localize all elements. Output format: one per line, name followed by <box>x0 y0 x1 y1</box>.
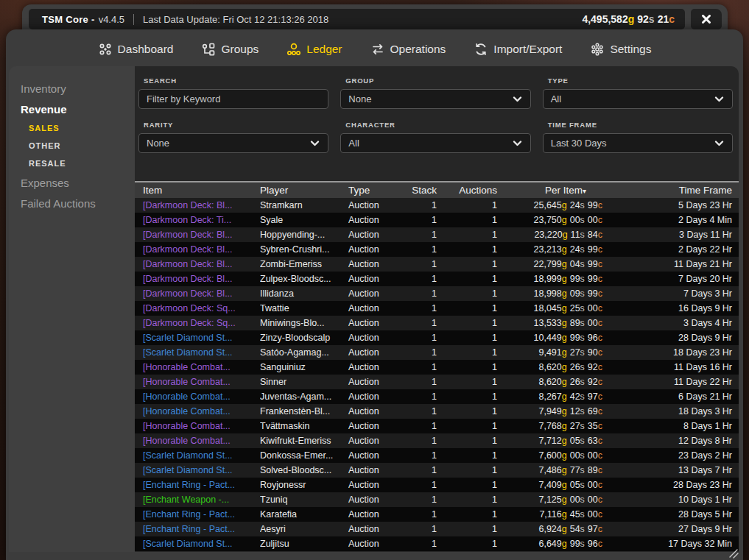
sidebar-item-resale[interactable]: RESALE <box>9 155 135 172</box>
item-link[interactable]: [Scarlet Diamond St... <box>135 450 260 461</box>
per-item-cell: 18,999g99s99c <box>497 274 604 284</box>
silver-unit: s <box>580 215 585 225</box>
table-row[interactable]: [Scarlet Diamond St... Zuljitsu Auction … <box>135 536 739 551</box>
table-row[interactable]: [Darkmoon Deck: Bl... Stramkarn Auction … <box>135 198 739 213</box>
type-cell: Auction <box>348 274 404 284</box>
auctions-cell: 1 <box>437 347 497 358</box>
table-row[interactable]: [Scarlet Diamond St... Zinzy-Bloodscalp … <box>135 330 739 345</box>
table-row[interactable]: [Honorable Combat... Tvättmaskin Auction… <box>135 419 739 433</box>
column-header-item[interactable]: Item <box>135 185 260 196</box>
item-link[interactable]: [Honorable Combat... <box>135 421 260 431</box>
copper-amount: 99 <box>588 244 598 255</box>
type-dropdown[interactable]: All <box>543 89 733 109</box>
column-header-time-frame[interactable]: Time Frame <box>604 185 739 196</box>
copper-amount: 89 <box>588 465 598 475</box>
column-header-player[interactable]: Player <box>260 185 348 196</box>
item-link[interactable]: [Darkmoon Deck: Bl... <box>135 259 260 269</box>
table-row[interactable]: [Enchant Ring - Pact... Royjonessr Aucti… <box>135 478 739 492</box>
copper-unit: c <box>598 318 602 328</box>
table-row[interactable]: [Enchant Ring - Pact... Aesyri Auction 1… <box>135 522 739 536</box>
table-row[interactable]: [Honorable Combat... Sanguiniuz Auction … <box>135 360 739 375</box>
tab-settings[interactable]: Settings <box>590 42 651 57</box>
item-link[interactable]: [Enchant Ring - Pact... <box>135 524 260 534</box>
auctions-cell: 1 <box>437 539 497 549</box>
item-link[interactable]: [Darkmoon Deck: Bl... <box>135 200 260 210</box>
table-row[interactable]: [Honorable Combat... Juventas-Agam... Au… <box>135 389 739 404</box>
item-link[interactable]: [Darkmoon Deck: Bl... <box>135 244 260 255</box>
tab-operations[interactable]: Operations <box>370 42 446 57</box>
table-row[interactable]: [Darkmoon Deck: Bl... Zulpex-Bloodsc... … <box>135 272 739 286</box>
copper-unit: c <box>598 347 602 358</box>
column-header-per-item[interactable]: Per Item▾ <box>497 185 604 196</box>
tab-dashboard[interactable]: Dashboard <box>98 42 174 57</box>
type-cell: Auction <box>348 391 404 402</box>
item-link[interactable]: [Scarlet Diamond St... <box>135 539 260 549</box>
item-link[interactable]: [Honorable Combat... <box>135 436 260 446</box>
table-row[interactable]: [Darkmoon Deck: Bl... Sybren-Crushri... … <box>135 242 739 257</box>
character-dropdown[interactable]: All <box>340 133 530 153</box>
copper-unit: c <box>598 406 602 417</box>
table-row[interactable]: [Darkmoon Deck: Bl... Zombi-Emeriss Auct… <box>135 257 739 272</box>
table-row[interactable]: [Enchant Weapon -... Tzuniq Auction 1 1 … <box>135 492 739 507</box>
table-row[interactable]: [Darkmoon Deck: Bl... Illidanza Auction … <box>135 286 739 301</box>
item-link[interactable]: [Darkmoon Deck: Bl... <box>135 274 260 284</box>
item-link[interactable]: [Enchant Ring - Pact... <box>135 480 260 490</box>
player-cell: Kiwifrukt-Emeriss <box>260 436 348 446</box>
item-link[interactable]: [Scarlet Diamond St... <box>135 465 260 475</box>
column-header-auctions[interactable]: Auctions <box>437 185 497 196</box>
close-button[interactable] <box>691 9 722 29</box>
sidebar-item-revenue[interactable]: Revenue <box>9 99 135 119</box>
table-row[interactable]: [Enchant Ring - Pact... Karatefia Auctio… <box>135 507 739 522</box>
item-link[interactable]: [Scarlet Diamond St... <box>135 333 260 343</box>
silver-unit: s <box>580 200 585 210</box>
table-row[interactable]: [Honorable Combat... Sinner Auction 1 1 … <box>135 375 739 389</box>
per-item-cell: 18,045g25s00c <box>497 303 604 313</box>
item-link[interactable]: [Scarlet Diamond St... <box>135 347 260 358</box>
time-frame-cell: 12 Days 8 Hr <box>604 436 739 446</box>
sidebar-item-failed-auctions[interactable]: Failed Auctions <box>9 193 135 213</box>
item-link[interactable]: [Honorable Combat... <box>135 377 260 387</box>
table-row[interactable]: [Scarlet Diamond St... Donkossa-Emer... … <box>135 448 739 463</box>
sidebar-item-expenses[interactable]: Expenses <box>9 172 135 193</box>
item-link[interactable]: [Honorable Combat... <box>135 406 260 417</box>
tab-ledger[interactable]: Ledger <box>286 42 342 57</box>
content-panel: SEARCH GROUP None TYPE All <box>135 66 739 552</box>
sidebar-item-label: Inventory <box>21 82 66 95</box>
table-row[interactable]: [Darkmoon Deck: Bl... Hoppyending-... Au… <box>135 227 739 242</box>
player-cell: Tvättmaskin <box>260 421 348 431</box>
item-link[interactable]: [Enchant Weapon -... <box>135 495 260 505</box>
item-link[interactable]: [Darkmoon Deck: Sq... <box>135 318 260 328</box>
stack-cell: 1 <box>404 480 437 490</box>
type-cell: Auction <box>348 347 404 358</box>
table-row[interactable]: [Honorable Combat... Frankenstèn-Bl... A… <box>135 404 739 419</box>
group-value: None <box>348 93 371 104</box>
tab-groups[interactable]: Groups <box>201 42 259 57</box>
item-link[interactable]: [Darkmoon Deck: Bl... <box>135 230 260 240</box>
table-row[interactable]: [Darkmoon Deck: Ti... Syale Auction 1 1 … <box>135 213 739 227</box>
table-row[interactable]: [Darkmoon Deck: Sq... Miniwings-Blo... A… <box>135 316 739 330</box>
gold-unit: g <box>562 318 567 328</box>
time-frame-dropdown[interactable]: Last 30 Days <box>543 133 733 153</box>
item-link[interactable]: [Honorable Combat... <box>135 362 260 372</box>
tab-label: Settings <box>610 43 651 56</box>
table-row[interactable]: [Scarlet Diamond St... Solved-Bloodsc...… <box>135 463 739 478</box>
item-link[interactable]: [Darkmoon Deck: Bl... <box>135 288 260 299</box>
item-link[interactable]: [Honorable Combat... <box>135 391 260 402</box>
tab-import-export[interactable]: Import/Export <box>474 42 562 57</box>
sidebar-item-other[interactable]: OTHER <box>9 137 135 155</box>
table-row[interactable]: [Darkmoon Deck: Sq... Twattie Auction 1 … <box>135 301 739 316</box>
table-row[interactable]: [Scarlet Diamond St... Satóo-Agamag... A… <box>135 345 739 360</box>
column-header-stack[interactable]: Stack <box>404 185 437 196</box>
search-input[interactable] <box>147 93 320 104</box>
sidebar-item-inventory[interactable]: Inventory <box>9 78 135 99</box>
silver-amount: 26 <box>570 362 580 372</box>
table-row[interactable]: [Honorable Combat... Kiwifrukt-Emeriss A… <box>135 433 739 448</box>
resize-grip-icon[interactable] <box>728 548 739 559</box>
rarity-dropdown[interactable]: None <box>138 133 328 153</box>
sidebar-item-sales[interactable]: SALES <box>9 119 135 137</box>
column-header-type[interactable]: Type <box>348 185 404 196</box>
item-link[interactable]: [Darkmoon Deck: Ti... <box>135 215 260 225</box>
item-link[interactable]: [Enchant Ring - Pact... <box>135 509 260 520</box>
group-dropdown[interactable]: None <box>340 89 530 109</box>
item-link[interactable]: [Darkmoon Deck: Sq... <box>135 303 260 313</box>
